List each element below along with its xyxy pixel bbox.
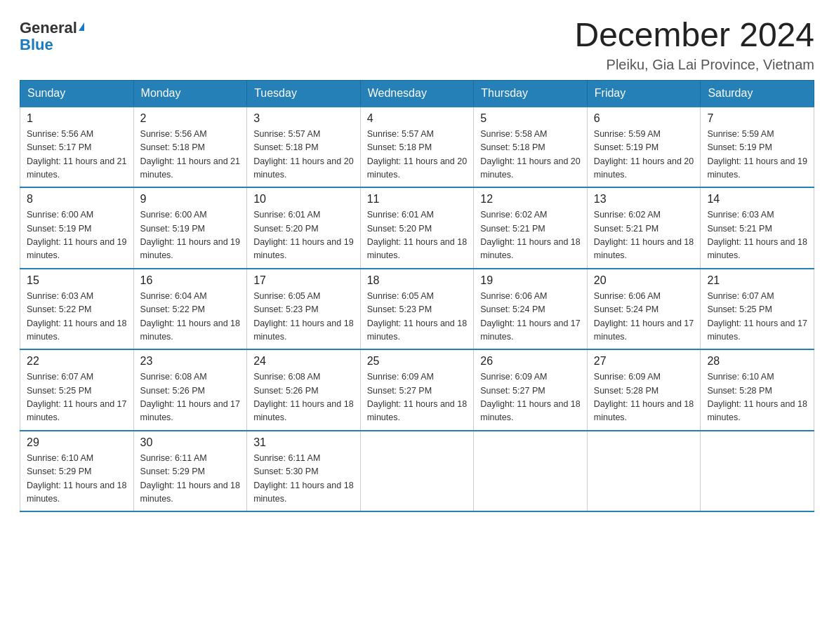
calendar-cell	[587, 431, 701, 512]
day-number: 19	[480, 274, 581, 287]
logo-general: General	[20, 19, 77, 36]
day-number: 18	[367, 274, 468, 287]
day-number: 13	[594, 193, 694, 206]
header-saturday: Saturday	[701, 80, 814, 107]
day-info: Sunrise: 6:09 AMSunset: 5:27 PMDaylight:…	[367, 372, 467, 422]
day-number: 22	[27, 355, 127, 368]
calendar-cell: 26 Sunrise: 6:09 AMSunset: 5:27 PMDaylig…	[474, 349, 588, 431]
day-number: 14	[707, 193, 807, 206]
header-sunday: Sunday	[20, 80, 134, 107]
day-info: Sunrise: 6:04 AMSunset: 5:22 PMDaylight:…	[140, 291, 240, 342]
calendar-cell: 11 Sunrise: 6:01 AMSunset: 5:20 PMDaylig…	[360, 187, 474, 269]
calendar-week-row: 22 Sunrise: 6:07 AMSunset: 5:25 PMDaylig…	[20, 349, 814, 431]
day-number: 12	[480, 193, 581, 206]
day-number: 25	[367, 355, 468, 368]
calendar-table: Sunday Monday Tuesday Wednesday Thursday…	[20, 80, 814, 513]
calendar-cell: 31 Sunrise: 6:11 AMSunset: 5:30 PMDaylig…	[247, 431, 361, 512]
day-number: 8	[27, 193, 127, 206]
day-info: Sunrise: 6:03 AMSunset: 5:21 PMDaylight:…	[707, 210, 807, 260]
calendar-week-row: 8 Sunrise: 6:00 AMSunset: 5:19 PMDayligh…	[20, 187, 814, 269]
calendar-week-row: 15 Sunrise: 6:03 AMSunset: 5:22 PMDaylig…	[20, 269, 814, 350]
calendar-cell: 5 Sunrise: 5:58 AMSunset: 5:18 PMDayligh…	[474, 107, 588, 188]
calendar-cell: 22 Sunrise: 6:07 AMSunset: 5:25 PMDaylig…	[20, 349, 134, 431]
day-info: Sunrise: 6:11 AMSunset: 5:29 PMDaylight:…	[140, 453, 240, 504]
day-info: Sunrise: 5:56 AMSunset: 5:18 PMDaylight:…	[140, 129, 240, 180]
day-info: Sunrise: 6:02 AMSunset: 5:21 PMDaylight:…	[480, 210, 580, 260]
calendar-cell: 19 Sunrise: 6:06 AMSunset: 5:24 PMDaylig…	[474, 269, 588, 350]
day-number: 4	[367, 112, 468, 125]
day-number: 30	[140, 436, 241, 449]
day-number: 16	[140, 274, 241, 287]
day-info: Sunrise: 6:08 AMSunset: 5:26 PMDaylight:…	[140, 372, 240, 422]
day-info: Sunrise: 6:10 AMSunset: 5:28 PMDaylight:…	[707, 372, 807, 422]
calendar-cell: 12 Sunrise: 6:02 AMSunset: 5:21 PMDaylig…	[474, 187, 588, 269]
day-number: 21	[707, 274, 807, 287]
header-wednesday: Wednesday	[360, 80, 474, 107]
calendar-cell	[474, 431, 588, 512]
calendar-cell: 6 Sunrise: 5:59 AMSunset: 5:19 PMDayligh…	[587, 107, 701, 188]
day-info: Sunrise: 6:05 AMSunset: 5:23 PMDaylight:…	[367, 291, 467, 342]
day-number: 17	[253, 274, 354, 287]
calendar-cell: 21 Sunrise: 6:07 AMSunset: 5:25 PMDaylig…	[701, 269, 814, 350]
day-number: 27	[594, 355, 694, 368]
weekday-header-row: Sunday Monday Tuesday Wednesday Thursday…	[20, 80, 814, 107]
day-info: Sunrise: 6:11 AMSunset: 5:30 PMDaylight:…	[253, 453, 353, 504]
logo-blue: Blue	[20, 36, 53, 53]
calendar-cell	[701, 431, 814, 512]
day-info: Sunrise: 6:01 AMSunset: 5:20 PMDaylight:…	[253, 210, 353, 260]
day-info: Sunrise: 6:09 AMSunset: 5:27 PMDaylight:…	[480, 372, 580, 422]
calendar-cell: 13 Sunrise: 6:02 AMSunset: 5:21 PMDaylig…	[587, 187, 701, 269]
calendar-week-row: 29 Sunrise: 6:10 AMSunset: 5:29 PMDaylig…	[20, 431, 814, 512]
page-header: General Blue December 2024 Pleiku, Gia L…	[20, 17, 814, 73]
header-friday: Friday	[587, 80, 701, 107]
day-number: 23	[140, 355, 241, 368]
day-info: Sunrise: 6:06 AMSunset: 5:24 PMDaylight:…	[594, 291, 694, 342]
calendar-cell: 20 Sunrise: 6:06 AMSunset: 5:24 PMDaylig…	[587, 269, 701, 350]
calendar-cell: 28 Sunrise: 6:10 AMSunset: 5:28 PMDaylig…	[701, 349, 814, 431]
day-info: Sunrise: 5:59 AMSunset: 5:19 PMDaylight:…	[594, 129, 694, 180]
title-area: December 2024 Pleiku, Gia Lai Province, …	[574, 17, 814, 73]
day-number: 2	[140, 112, 241, 125]
day-info: Sunrise: 5:57 AMSunset: 5:18 PMDaylight:…	[367, 129, 467, 180]
calendar-cell: 8 Sunrise: 6:00 AMSunset: 5:19 PMDayligh…	[20, 187, 134, 269]
day-number: 20	[594, 274, 694, 287]
calendar-cell: 24 Sunrise: 6:08 AMSunset: 5:26 PMDaylig…	[247, 349, 361, 431]
day-info: Sunrise: 5:57 AMSunset: 5:18 PMDaylight:…	[253, 129, 353, 180]
day-number: 7	[707, 112, 807, 125]
calendar-cell	[360, 431, 474, 512]
calendar-cell: 17 Sunrise: 6:05 AMSunset: 5:23 PMDaylig…	[247, 269, 361, 350]
day-number: 28	[707, 355, 807, 368]
day-info: Sunrise: 6:06 AMSunset: 5:24 PMDaylight:…	[480, 291, 580, 342]
day-info: Sunrise: 6:07 AMSunset: 5:25 PMDaylight:…	[27, 372, 126, 422]
day-info: Sunrise: 6:01 AMSunset: 5:20 PMDaylight:…	[367, 210, 467, 260]
calendar-cell: 23 Sunrise: 6:08 AMSunset: 5:26 PMDaylig…	[133, 349, 247, 431]
day-info: Sunrise: 6:10 AMSunset: 5:29 PMDaylight:…	[27, 453, 126, 504]
logo: General Blue	[20, 17, 84, 53]
calendar-cell: 14 Sunrise: 6:03 AMSunset: 5:21 PMDaylig…	[701, 187, 814, 269]
header-tuesday: Tuesday	[247, 80, 361, 107]
calendar-cell: 18 Sunrise: 6:05 AMSunset: 5:23 PMDaylig…	[360, 269, 474, 350]
logo-text: General Blue	[20, 20, 84, 53]
calendar-cell: 1 Sunrise: 5:56 AMSunset: 5:17 PMDayligh…	[20, 107, 134, 188]
day-number: 15	[27, 274, 127, 287]
day-number: 9	[140, 193, 241, 206]
day-info: Sunrise: 5:59 AMSunset: 5:19 PMDaylight:…	[707, 129, 807, 180]
day-info: Sunrise: 6:07 AMSunset: 5:25 PMDaylight:…	[707, 291, 807, 342]
day-number: 5	[480, 112, 581, 125]
month-title: December 2024	[574, 17, 814, 54]
header-thursday: Thursday	[474, 80, 588, 107]
calendar-cell: 4 Sunrise: 5:57 AMSunset: 5:18 PMDayligh…	[360, 107, 474, 188]
calendar-cell: 2 Sunrise: 5:56 AMSunset: 5:18 PMDayligh…	[133, 107, 247, 188]
calendar-cell: 29 Sunrise: 6:10 AMSunset: 5:29 PMDaylig…	[20, 431, 134, 512]
day-info: Sunrise: 6:05 AMSunset: 5:23 PMDaylight:…	[253, 291, 353, 342]
day-info: Sunrise: 6:02 AMSunset: 5:21 PMDaylight:…	[594, 210, 694, 260]
day-info: Sunrise: 6:09 AMSunset: 5:28 PMDaylight:…	[594, 372, 694, 422]
calendar-cell: 7 Sunrise: 5:59 AMSunset: 5:19 PMDayligh…	[701, 107, 814, 188]
logo-triangle-icon	[79, 22, 84, 31]
day-number: 11	[367, 193, 468, 206]
day-number: 26	[480, 355, 581, 368]
calendar-cell: 27 Sunrise: 6:09 AMSunset: 5:28 PMDaylig…	[587, 349, 701, 431]
header-monday: Monday	[133, 80, 247, 107]
calendar-week-row: 1 Sunrise: 5:56 AMSunset: 5:17 PMDayligh…	[20, 107, 814, 188]
day-number: 6	[594, 112, 694, 125]
